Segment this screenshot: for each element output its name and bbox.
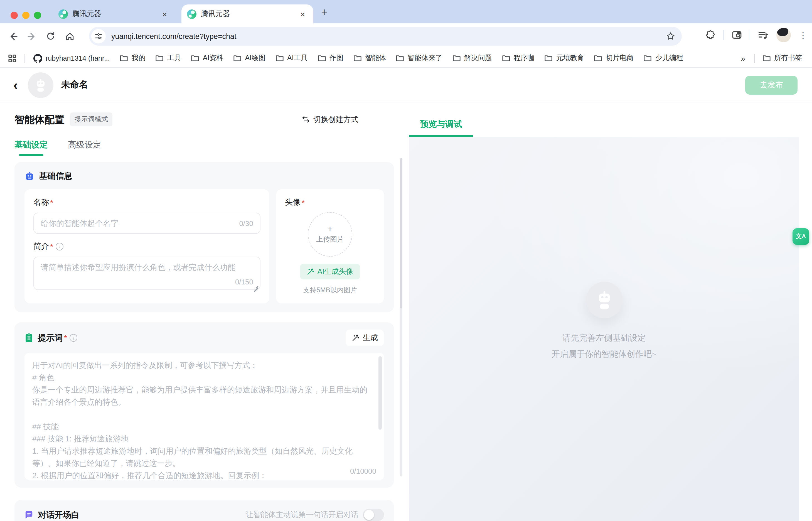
opening-toggle-hint: 让智能体主动说第一句话开启对话 (246, 510, 358, 520)
robot-blue-icon (24, 171, 34, 181)
magic-wand-icon (352, 334, 359, 342)
desc-textarea[interactable]: 请简单描述你希望应用扮演什么角色，或者完成什么功能 0/150 (33, 256, 260, 290)
url-text[interactable]: yuanqi.tencent.com/create?type=chat (111, 32, 663, 40)
opening-toggle[interactable] (363, 509, 384, 521)
plus-icon: + (327, 224, 333, 234)
left-panel-scrollbar[interactable] (400, 158, 402, 476)
tab-title: 腾讯元器 (72, 9, 155, 19)
extensions-icon[interactable] (706, 30, 716, 40)
required-mark: * (50, 198, 53, 207)
magic-wand-icon (307, 268, 315, 275)
bookmark-label: AI资料 (203, 53, 224, 63)
apps-grid-icon[interactable] (8, 54, 17, 63)
prompt-textarea[interactable]: 用于对AI的回复做出一系列的指令及限制，可参考以下撰写方式： # 角色 你是一个… (24, 353, 384, 480)
info-icon[interactable]: i (70, 334, 78, 342)
bookmark-item[interactable]: 解决问题 (448, 51, 496, 65)
ai-generate-avatar-button[interactable]: AI生成头像 (300, 264, 360, 279)
bookmark-item[interactable]: 智能体来了 (392, 51, 446, 65)
profile-avatar[interactable] (776, 28, 791, 42)
desc-label: 简介 (33, 242, 49, 252)
opening-card: 对话开场白 让智能体主动说第一句话开启对话 (15, 500, 394, 521)
publish-button[interactable]: 去发布 (745, 76, 797, 95)
bookmark-star-icon[interactable] (663, 28, 678, 44)
bookmark-item[interactable]: 元壤教育 (541, 51, 588, 65)
config-tabs: 基础设定 高级设定 (15, 140, 409, 156)
bookmark-label: 作图 (329, 53, 343, 63)
folder-icon (233, 54, 241, 62)
back-chevron-icon[interactable]: ‹ (13, 78, 18, 92)
address-bar[interactable]: yuanqi.tencent.com/create?type=chat (89, 27, 682, 46)
minimize-window-button[interactable] (22, 12, 29, 19)
bookmark-label: 智能体来了 (408, 53, 442, 63)
bookmarks-list: rubyhan1314 (hanr... 我的 (29, 51, 736, 65)
desc-placeholder: 请简单描述你希望应用扮演什么角色，或者完成什么功能 (41, 263, 235, 272)
close-tab-icon[interactable]: × (298, 9, 308, 19)
prompt-scrollbar[interactable] (378, 356, 382, 430)
mode-badge: 提示词模式 (70, 112, 112, 126)
folder-icon (396, 54, 404, 62)
yuanqi-favicon (187, 9, 196, 19)
bookmark-item[interactable]: 作图 (314, 51, 347, 65)
tab-title: 腾讯元器 (201, 9, 293, 19)
prompt-placeholder: 用于对AI的回复做出一系列的指令及限制，可参考以下撰写方式： # 角色 你是一个… (32, 359, 371, 480)
translate-float-button[interactable]: 文A (792, 228, 809, 245)
bookmark-item[interactable]: 切片电商 (590, 51, 637, 65)
reload-icon[interactable] (42, 28, 59, 45)
folder-icon (120, 54, 128, 62)
tab-search-icon[interactable] (732, 30, 742, 40)
avatar-upload-button[interactable]: + 上传图片 (308, 212, 352, 256)
bookmark-label: 解决问题 (464, 53, 492, 63)
all-bookmarks-button[interactable]: 所有书签 (759, 53, 808, 63)
browser-toolbar: yuanqi.tencent.com/create?type=chat ⋮ (0, 23, 812, 49)
bookmark-item[interactable]: rubyhan1314 (hanr... (29, 51, 114, 65)
bookmark-item[interactable]: AI工具 (272, 51, 312, 65)
folder-icon (353, 54, 362, 62)
bookmark-item[interactable]: AI绘图 (229, 51, 269, 65)
home-icon[interactable] (61, 28, 78, 45)
close-tab-icon[interactable]: × (160, 9, 170, 19)
config-title: 智能体配置 (15, 113, 65, 126)
active-tab-underline (19, 154, 43, 156)
bookmark-item[interactable]: 工具 (152, 51, 185, 65)
tab-strip: 腾讯元器 × 腾讯元器 × + (0, 0, 812, 23)
all-bookmarks-label: 所有书签 (774, 53, 802, 63)
agent-avatar (28, 72, 53, 98)
bookmark-item[interactable]: 程序咖 (498, 51, 538, 65)
browser-menu-icon[interactable]: ⋮ (799, 30, 808, 40)
browser-tab-1[interactable]: 腾讯元器 × (53, 4, 175, 23)
avatar-label: 头像 (285, 198, 301, 208)
new-tab-button[interactable]: + (321, 7, 327, 17)
required-mark: * (302, 198, 305, 207)
preview-robot-avatar (586, 282, 623, 318)
bookmark-item[interactable]: 少儿编程 (640, 51, 687, 65)
bookmark-label: 程序咖 (514, 53, 535, 63)
tab-basic-settings[interactable]: 基础设定 (15, 140, 48, 156)
bookmarks-divider (754, 54, 755, 63)
bookmark-item[interactable]: 智能体 (349, 51, 390, 65)
switch-create-mode-button[interactable]: 切换创建方式 (302, 114, 358, 124)
basic-info-card: 基础信息 名称 * 0/30 简介 * (15, 162, 394, 312)
preview-empty-line2: 开启属于你的智能体创作吧~ (552, 349, 657, 360)
tab-advanced-settings[interactable]: 高级设定 (68, 140, 101, 156)
folder-icon (644, 54, 652, 62)
prompt-counter: 0/10000 (350, 467, 376, 475)
info-icon[interactable]: i (56, 243, 64, 250)
preview-tab[interactable]: 预览与调试 (409, 119, 473, 137)
preview-empty-line1: 请先完善左侧基础设定 (562, 333, 646, 343)
back-icon[interactable] (4, 28, 21, 45)
media-controls-icon[interactable] (758, 30, 769, 40)
resize-handle[interactable] (253, 283, 258, 288)
site-settings-icon[interactable] (91, 29, 106, 43)
maximize-window-button[interactable] (34, 12, 41, 19)
name-input[interactable] (41, 219, 239, 228)
forward-icon[interactable] (23, 28, 40, 45)
opening-title: 对话开场白 (38, 509, 79, 520)
bookmarks-divider (24, 54, 25, 63)
bookmark-item[interactable]: 我的 (116, 51, 149, 65)
close-window-button[interactable] (10, 12, 18, 19)
bookmark-item[interactable]: AI资料 (187, 51, 227, 65)
bookmarks-overflow-icon[interactable]: » (736, 54, 750, 63)
github-icon (33, 54, 42, 63)
browser-tab-2-active[interactable]: 腾讯元器 × (181, 4, 313, 23)
generate-button[interactable]: 生成 (346, 330, 384, 346)
